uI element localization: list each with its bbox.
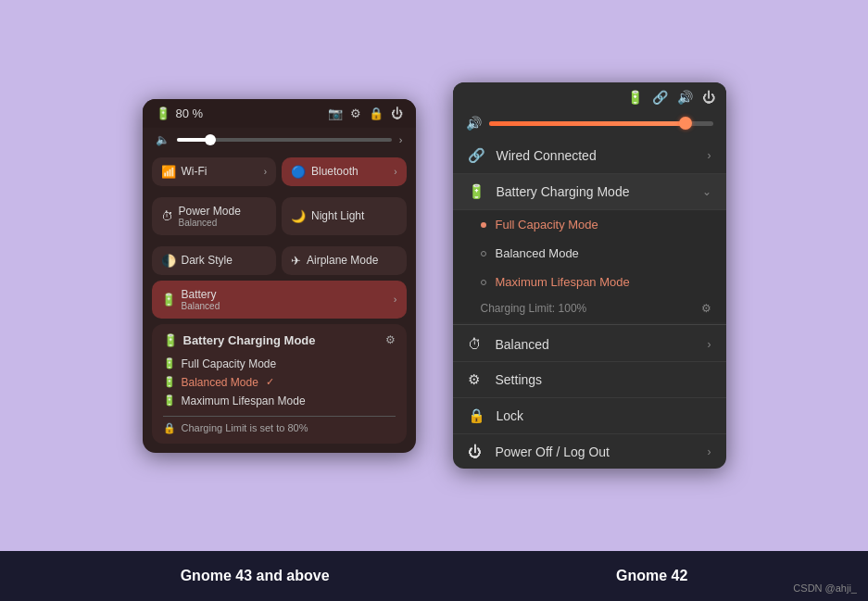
wired-connected-item[interactable]: 🔗 Wired Connected › xyxy=(453,138,726,174)
g42-slider-fill xyxy=(489,121,685,126)
dark-style-button[interactable]: 🌓 Dark Style xyxy=(152,246,277,275)
bluetooth-button[interactable]: 🔵 Bluetooth › xyxy=(282,157,407,186)
charging-balanced-icon: 🔋 xyxy=(163,376,176,388)
volume-slider[interactable] xyxy=(177,138,392,142)
charging-check-icon: ✓ xyxy=(266,376,274,388)
volume-chevron: › xyxy=(399,134,403,145)
airplane-mode-button[interactable]: ✈ Airplane Mode xyxy=(282,246,407,275)
footer: Gnome 43 and above Gnome 42 CSDN @ahji_ xyxy=(0,551,868,601)
charging-header: 🔋 Battery Charging Mode ⚙ xyxy=(163,333,396,347)
lock-icon: 🔒 xyxy=(369,106,384,120)
charging-title: Battery Charging Mode xyxy=(183,333,316,347)
night-light-label: Night Light xyxy=(311,209,364,222)
wifi-chevron: › xyxy=(264,167,267,177)
wifi-button[interactable]: 📶 Wi-Fi › xyxy=(152,157,277,186)
bluetooth-icon: 🔵 xyxy=(291,165,306,179)
separator-1 xyxy=(453,324,726,325)
g42-settings-icon: ⚙ xyxy=(468,371,484,388)
wired-icon: 🔗 xyxy=(468,147,485,164)
gnome43-footer-label: Gnome 43 and above xyxy=(181,568,330,584)
balanced-item[interactable]: ⏱ Balanced › xyxy=(453,327,726,362)
full-capacity-dot xyxy=(481,222,486,228)
poweroff-item[interactable]: ⏻ Power Off / Log Out › xyxy=(453,434,726,469)
battery-button[interactable]: 🔋 Battery Balanced › xyxy=(152,281,407,319)
airplane-label: Airplane Mode xyxy=(307,254,378,267)
g42-poweroff-icon: ⏻ xyxy=(468,444,484,459)
g42-limit-gear-icon[interactable]: ⚙ xyxy=(701,302,711,315)
lock-item[interactable]: 🔒 Lock xyxy=(453,398,726,434)
charging-limit-label: Charging Limit is set to 80% xyxy=(182,422,308,433)
g42-volume-slider[interactable] xyxy=(489,121,713,126)
g42-full-capacity-label: Full Capacity Mode xyxy=(496,218,598,232)
charging-full-label: Full Capacity Mode xyxy=(182,357,277,370)
power-mode-sublabel: Balanced xyxy=(179,218,241,228)
balanced-chevron: › xyxy=(708,338,711,351)
volume-thumb xyxy=(205,134,216,145)
wifi-icon: 📶 xyxy=(161,165,176,179)
charging-lifespan-icon: 🔋 xyxy=(163,394,176,407)
night-light-icon: 🌙 xyxy=(291,209,306,223)
charging-section-icon: 🔋 xyxy=(163,333,178,347)
screenshot-icon: 📷 xyxy=(328,106,343,120)
volume-row: 🔈 › xyxy=(143,128,416,152)
charging-divider xyxy=(163,416,396,417)
g42-lifespan-item[interactable]: Maximum Lifespan Mode xyxy=(453,268,726,296)
gnome42-footer-label: Gnome 42 xyxy=(616,568,687,584)
dark-style-label: Dark Style xyxy=(182,254,233,267)
charging-submenu: Full Capacity Mode Balanced Mode Maximum… xyxy=(453,210,726,322)
poweroff-label: Power Off / Log Out xyxy=(496,444,708,459)
g42-vol-icon: 🔊 xyxy=(466,116,482,131)
quick-grid: 📶 Wi-Fi › 🔵 Bluetooth › xyxy=(143,152,416,192)
charging-option-balanced[interactable]: 🔋 Balanced Mode ✓ xyxy=(163,373,396,392)
battery-btn-label: Battery xyxy=(182,288,220,301)
airplane-icon: ✈ xyxy=(291,254,301,268)
power-mode-icon: ⏱ xyxy=(161,209,173,223)
gnome43-panel: 🔋 80 % 📷 ⚙ 🔒 ⏻ 🔈 › 📶 Wi-Fi xyxy=(143,99,416,453)
volume-icon: 🔈 xyxy=(156,133,170,146)
charging-full-icon: 🔋 xyxy=(163,357,176,369)
charging-balanced-label: Balanced Mode xyxy=(182,376,258,389)
settings-item[interactable]: ⚙ Settings xyxy=(453,362,726,398)
watermark: CSDN @ahji_ xyxy=(793,582,857,594)
gnome42-panel: 🔋 🔗 🔊 ⏻ 🔊 🔗 Wired Connected › 🔋 Battery … xyxy=(453,82,726,469)
dark-style-icon: 🌓 xyxy=(161,254,176,268)
charging-lifespan-label: Maximum Lifespan Mode xyxy=(182,394,306,407)
charging-option-lifespan[interactable]: 🔋 Maximum Lifespan Mode xyxy=(163,392,396,410)
wired-chevron: › xyxy=(708,149,711,162)
charging-option-full[interactable]: 🔋 Full Capacity Mode xyxy=(163,355,396,373)
battery-charging-button[interactable]: 🔋 Battery Charging Mode ⌄ xyxy=(453,174,726,210)
settings-label: Settings xyxy=(496,372,711,387)
charging-section: 🔋 Battery Charging Mode ⚙ 🔋 Full Capacit… xyxy=(152,324,407,444)
battery-charging-item: 🔋 Battery Charging Mode ⌄ Full Capacity … xyxy=(453,174,726,322)
power-mode-label: Power Mode xyxy=(179,205,241,218)
g42-battery-charging-icon: 🔋 xyxy=(468,183,485,200)
charging-header-left: 🔋 Battery Charging Mode xyxy=(163,333,316,347)
charging-gear-icon[interactable]: ⚙ xyxy=(385,333,396,346)
bluetooth-chevron: › xyxy=(394,167,396,177)
g42-balanced-charging-label: Balanced Mode xyxy=(496,246,579,260)
battery-icon: 🔋 xyxy=(156,106,170,120)
gnome42-header: 🔋 🔗 🔊 ⏻ xyxy=(453,82,726,112)
balanced-label: Balanced xyxy=(496,337,708,352)
dark-airplane-grid: 🌓 Dark Style ✈ Airplane Mode xyxy=(143,241,416,281)
g42-battery-charging-label: Battery Charging Mode xyxy=(497,184,702,199)
battery-btn-sublabel: Balanced xyxy=(182,301,220,311)
balanced-icon: ⏱ xyxy=(468,336,484,352)
night-light-button[interactable]: 🌙 Night Light xyxy=(282,197,407,235)
g42-battery-icon: 🔋 xyxy=(627,90,643,105)
g42-network-icon: 🔗 xyxy=(652,90,668,105)
poweroff-chevron: › xyxy=(708,445,711,458)
lifespan-dot xyxy=(481,280,486,285)
g42-charging-limit: Charging Limit: 100% ⚙ xyxy=(453,296,726,322)
main-area: 🔋 80 % 📷 ⚙ 🔒 ⏻ 🔈 › 📶 Wi-Fi xyxy=(0,0,868,551)
battery-btn-chevron: › xyxy=(394,294,397,305)
charging-limit-icon: 🔒 xyxy=(163,422,176,434)
settings-icon: ⚙ xyxy=(350,106,361,120)
power-mode-button[interactable]: ⏱ Power Mode Balanced xyxy=(152,197,277,235)
g42-balanced-charging-item[interactable]: Balanced Mode xyxy=(453,239,726,268)
g42-full-capacity-item[interactable]: Full Capacity Mode xyxy=(453,210,726,239)
power-nightlight-grid: ⏱ Power Mode Balanced 🌙 Night Light xyxy=(143,192,416,241)
g42-volume-row: 🔊 xyxy=(453,112,726,138)
charging-limit-row: 🔒 Charging Limit is set to 80% xyxy=(163,422,396,434)
g42-limit-label: Charging Limit: 100% xyxy=(481,302,587,315)
